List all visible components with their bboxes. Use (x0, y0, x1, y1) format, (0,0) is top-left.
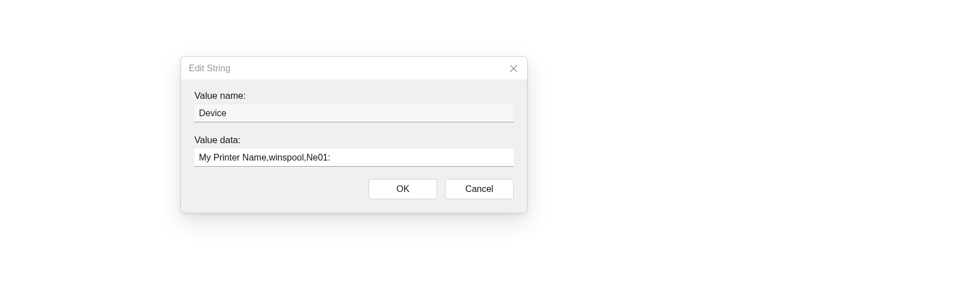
value-data-label: Value data: (194, 135, 514, 145)
value-name-group: Value name: (194, 90, 514, 122)
value-name-field (194, 104, 514, 122)
value-name-label: Value name: (194, 90, 514, 101)
titlebar: Edit String (181, 57, 527, 80)
dialog-title: Edit String (189, 63, 230, 74)
close-button[interactable] (500, 57, 527, 80)
value-data-field[interactable] (194, 149, 514, 167)
ok-button[interactable]: OK (369, 179, 437, 199)
edit-string-dialog: Edit String Value name: Value data: OK C… (180, 56, 528, 213)
value-data-group: Value data: (194, 135, 514, 167)
dialog-body: Value name: Value data: OK Cancel (181, 80, 527, 213)
button-row: OK Cancel (194, 179, 514, 199)
cancel-button[interactable]: Cancel (445, 179, 514, 199)
close-icon (510, 65, 518, 72)
